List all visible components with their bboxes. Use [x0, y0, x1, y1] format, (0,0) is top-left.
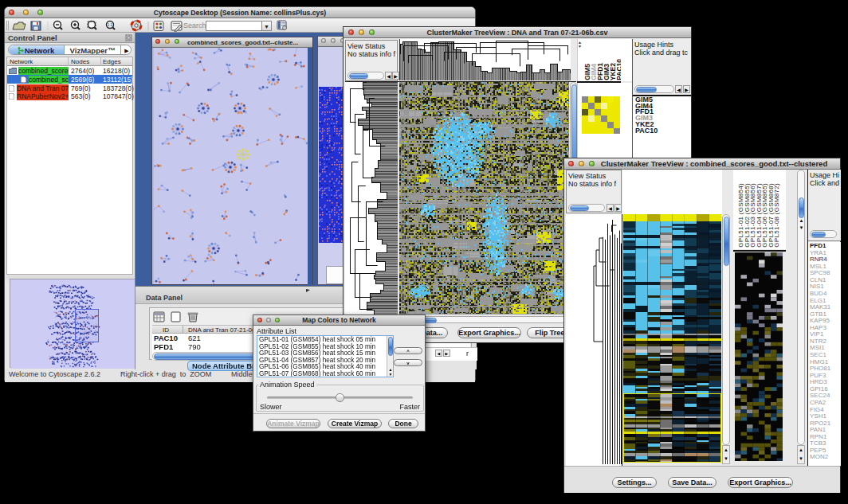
svg-text:1:1: 1:1	[108, 23, 113, 27]
